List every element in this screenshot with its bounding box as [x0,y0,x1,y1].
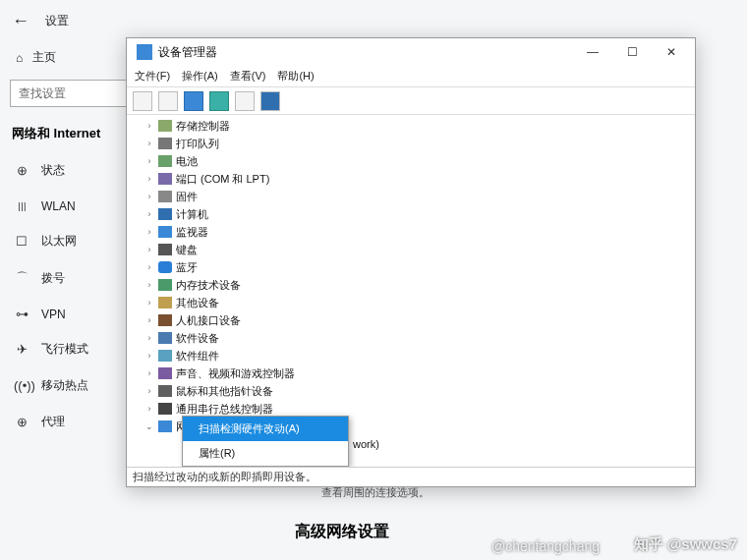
disk-icon [158,120,172,132]
sidebar-item-label: 以太网 [41,233,77,250]
expand-icon[interactable] [144,386,154,396]
sw-icon [158,332,172,344]
tree-node-label: 鼠标和其他指针设备 [176,384,273,399]
toolbar [127,87,695,115]
mem-icon [158,279,172,291]
tree-node-label: work) [353,438,379,450]
bt-icon [158,261,172,273]
menu-item[interactable]: 帮助(H) [277,69,314,84]
expand-icon[interactable] [144,245,154,254]
tree-node-label: 通用串行总线控制器 [176,402,273,417]
tb-back[interactable] [133,91,152,111]
minimize-button[interactable]: — [573,38,612,66]
tree-node-label: 电池 [176,154,198,169]
expand-icon[interactable] [144,192,154,201]
tree-node[interactable]: 计算机 [127,205,695,223]
sidebar-icon: ⊶ [14,307,29,321]
close-button[interactable]: ✕ [652,38,691,66]
menubar: 文件(F)操作(A)查看(V)帮助(H) [127,66,695,87]
expand-icon[interactable] [144,156,154,166]
tree-node[interactable]: 蓝牙 [127,258,695,276]
expand-icon[interactable] [144,121,154,131]
expand-icon[interactable] [144,315,154,325]
hid-icon [158,314,172,326]
tree-node[interactable]: 其他设备 [127,294,695,311]
swc-icon [158,350,172,362]
snd-icon [158,367,172,379]
oth-icon [158,297,172,308]
tree-node-label: 监视器 [176,225,208,240]
menu-item[interactable]: 文件(F) [135,69,170,84]
expand-icon[interactable] [144,280,154,290]
bat-icon [158,155,172,167]
home-icon: ⌂ [16,51,23,65]
settings-title: 设置 [45,13,69,29]
expand-icon[interactable] [144,227,154,237]
menu-item[interactable]: 操作(A) [182,69,218,84]
sidebar-icon: ⊕ [14,163,29,178]
tree-node[interactable]: 端口 (COM 和 LPT) [127,170,695,188]
tree-node[interactable]: 监视器 [127,223,695,241]
tb-props[interactable] [184,91,203,111]
tree-node[interactable]: 键盘 [127,241,695,258]
sidebar-icon: ⫼ [14,198,29,213]
sidebar-icon: ⌒ [14,269,29,287]
prn-icon [158,138,172,149]
tb-scan[interactable] [209,91,229,111]
tree-node-label: 内存技术设备 [176,278,241,293]
tb-monitor[interactable] [260,91,280,111]
tree-node[interactable]: 声音、视频和游戏控制器 [127,364,695,382]
maximize-button[interactable]: ☐ [612,38,652,66]
expand-icon[interactable] [144,421,154,431]
expand-icon[interactable] [144,333,154,343]
search-placeholder: 查找设置 [19,85,66,102]
tree-node-label: 键盘 [176,243,198,257]
tb-view[interactable] [235,91,255,111]
device-manager-window: 设备管理器 — ☐ ✕ 文件(F)操作(A)查看(V)帮助(H) 存储控制器打印… [126,37,696,487]
sidebar-item-label: WLAN [41,199,76,213]
devmgr-title: 设备管理器 [158,44,573,61]
expand-icon[interactable] [144,139,154,148]
fw-icon [158,191,172,202]
mouse-icon [158,385,172,397]
tb-fwd[interactable] [158,91,178,111]
tree-node[interactable]: 鼠标和其他指针设备 [127,382,695,400]
sidebar-item-label: 飞行模式 [41,341,88,358]
usb-icon [158,403,172,415]
tree-node-label: 固件 [176,190,198,204]
expand-icon[interactable] [144,368,154,378]
statusbar: 扫描经过改动的或新的即插即用设备。 [127,467,695,486]
sidebar-icon: ⊕ [14,415,29,429]
tree-node-label: 其他设备 [176,296,219,310]
tree-node-label: 蓝牙 [176,260,198,275]
sidebar-item-label: 代理 [41,414,65,430]
tree-node[interactable]: 软件设备 [127,329,695,347]
device-tree[interactable]: 存储控制器打印队列电池端口 (COM 和 LPT)固件计算机监视器键盘蓝牙内存技… [127,115,695,467]
back-icon[interactable]: ← [12,11,29,31]
ctx-properties[interactable]: 属性(R) [183,441,348,466]
ctx-scan-hardware[interactable]: 扫描检测硬件改动(A) [183,417,348,441]
context-menu: 扫描检测硬件改动(A) 属性(R) [182,416,349,467]
expand-icon[interactable] [144,262,154,272]
tree-node-label: 软件设备 [176,331,219,346]
tree-node[interactable]: 电池 [127,152,695,170]
expand-icon[interactable] [144,404,154,414]
tree-node[interactable]: 打印队列 [127,135,695,152]
show-networks-sub: 查看周围的连接选项。 [321,485,430,500]
tree-node[interactable]: 固件 [127,188,695,205]
tree-node[interactable]: 存储控制器 [127,117,695,135]
menu-item[interactable]: 查看(V) [230,69,266,84]
sidebar-item-label: 状态 [41,162,65,179]
tree-node[interactable]: 人机接口设备 [127,311,695,329]
expand-icon[interactable] [144,351,154,361]
tree-node-label: 存储控制器 [176,119,230,134]
expand-icon[interactable] [144,209,154,219]
expand-icon[interactable] [144,298,154,308]
sidebar-icon: ((•)) [14,378,29,393]
devmgr-icon [137,44,152,60]
tree-node[interactable]: 内存技术设备 [127,276,695,294]
sidebar-item-label: VPN [41,308,66,321]
tree-node[interactable]: 软件组件 [127,347,695,364]
sidebar-icon: ☐ [14,234,29,249]
expand-icon[interactable] [144,174,154,184]
